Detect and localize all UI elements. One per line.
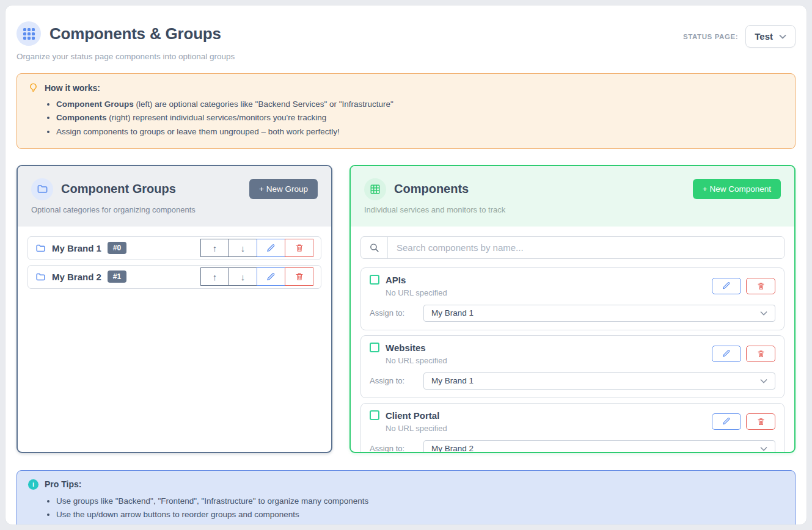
how-it-works-title: How it works: (45, 83, 100, 93)
assign-group-select[interactable]: My Brand 1 (423, 305, 775, 322)
chevron-down-icon (779, 34, 786, 39)
new-component-button[interactable]: + New Component (693, 179, 781, 199)
group-actions: ↑ ↓ (200, 239, 313, 257)
folder-icon (35, 243, 46, 253)
page-subtitle: Organize your status page components int… (16, 52, 235, 61)
edit-group-button[interactable] (257, 267, 285, 286)
edit-group-button[interactable] (257, 239, 285, 257)
pro-tips-list: Use groups like "Backend", "Frontend", "… (56, 495, 784, 525)
component-url-status: No URL specified (386, 288, 447, 297)
components-panel-header: Components + New Component Individual se… (351, 166, 794, 227)
component-actions (712, 413, 775, 430)
component-name: APIs (386, 275, 406, 285)
grid-icon (23, 28, 35, 40)
new-group-button[interactable]: + New Group (249, 179, 318, 199)
page-header: Components & Groups Organize your status… (16, 21, 796, 61)
folder-icon-circle (31, 178, 53, 200)
component-card: APIs No URL specified Assign to: (360, 267, 785, 330)
main-card: Components & Groups Organize your status… (5, 5, 807, 525)
lightbulb-icon (28, 82, 38, 93)
component-groups-panel: Component Groups + New Group Optional ca… (16, 165, 332, 453)
assign-to-label: Assign to: (370, 376, 423, 385)
info-icon: i (28, 479, 38, 490)
components-panel: Components + New Component Individual se… (349, 165, 796, 453)
group-actions: ↑ ↓ (200, 267, 313, 286)
folder-icon (35, 272, 46, 282)
delete-component-button[interactable] (746, 346, 775, 362)
component-card: Websites No URL specified Assign to: (360, 335, 785, 398)
group-order-badge: #1 (108, 270, 126, 283)
how-it-works-list: Component Groups (left) are optional cat… (56, 98, 784, 139)
group-name: My Brand 1 (52, 243, 101, 253)
assign-group-select[interactable]: My Brand 1 (423, 372, 775, 390)
page-title: Components & Groups (49, 24, 221, 43)
pro-tips-box: i Pro Tips: Use groups like "Backend", "… (16, 470, 796, 525)
how-it-works-item: Component Groups (left) are optional cat… (56, 98, 784, 111)
delete-component-button[interactable] (746, 278, 775, 294)
move-up-button[interactable]: ↑ (200, 267, 229, 286)
chevron-down-icon (760, 311, 767, 316)
move-down-button[interactable]: ↓ (229, 267, 257, 286)
delete-group-button[interactable] (285, 239, 313, 257)
component-name: Client Portal (386, 410, 439, 421)
pencil-icon (266, 244, 276, 253)
trash-icon (757, 418, 765, 426)
components-panel-title: Components (394, 182, 685, 196)
pro-tips-title: Pro Tips: (45, 479, 81, 489)
trash-icon (295, 272, 304, 281)
move-down-button[interactable]: ↓ (229, 239, 257, 257)
component-checkbox[interactable] (370, 343, 379, 352)
pro-tips-item: Use groups like "Backend", "Frontend", "… (56, 495, 784, 508)
status-page-label: STATUS PAGE: (683, 33, 738, 40)
search-input[interactable] (388, 237, 784, 258)
pencil-icon (722, 417, 731, 426)
pencil-icon (266, 272, 276, 281)
delete-component-button[interactable] (746, 413, 775, 430)
header-right: STATUS PAGE: Test (683, 25, 796, 48)
groups-panel-header: Component Groups + New Group Optional ca… (18, 166, 331, 227)
table-grid-icon (370, 184, 381, 195)
page-background: Components & Groups Organize your status… (0, 0, 812, 530)
component-checkbox[interactable] (370, 275, 379, 285)
edit-component-button[interactable] (712, 413, 741, 430)
assign-to-label: Assign to: (370, 444, 423, 452)
component-name: Websites (386, 343, 426, 353)
table-icon-circle (364, 178, 386, 200)
group-row: My Brand 2 #1 ↑ ↓ (27, 265, 321, 289)
assign-group-select[interactable]: My Brand 2 (423, 440, 775, 452)
components-list: APIs No URL specified Assign to: (351, 227, 794, 452)
edit-component-button[interactable] (712, 346, 741, 362)
component-actions (712, 278, 775, 294)
component-url-status: No URL specified (386, 356, 447, 365)
assigned-group-value: My Brand 1 (431, 376, 474, 385)
delete-group-button[interactable] (285, 267, 313, 286)
status-page-select[interactable]: Test (745, 25, 796, 48)
components-groups-icon (16, 21, 41, 46)
search-icon (369, 242, 379, 253)
search-icon-cell (361, 237, 388, 258)
how-it-works-box: How it works: Component Groups (left) ar… (16, 73, 796, 149)
edit-component-button[interactable] (712, 278, 741, 294)
pencil-icon (722, 349, 731, 358)
component-checkbox[interactable] (370, 410, 379, 420)
chevron-down-icon (760, 379, 767, 383)
group-row: My Brand 1 #0 ↑ ↓ (27, 236, 321, 260)
component-search (360, 236, 785, 259)
pencil-icon (722, 281, 731, 290)
how-it-works-item: Components (right) represent individual … (56, 111, 784, 125)
move-up-button[interactable]: ↑ (200, 239, 229, 257)
component-url-status: No URL specified (386, 424, 447, 433)
group-name: My Brand 2 (52, 272, 101, 282)
group-order-badge: #0 (108, 242, 126, 254)
panels-container: Component Groups + New Group Optional ca… (16, 165, 796, 453)
chevron-down-icon (760, 446, 767, 451)
header-left: Components & Groups Organize your status… (16, 21, 235, 61)
trash-icon (757, 350, 765, 358)
trash-icon (757, 282, 765, 290)
how-it-works-item: Assign components to groups or leave the… (56, 125, 784, 139)
status-page-value: Test (755, 31, 773, 42)
groups-panel-title: Component Groups (61, 182, 241, 196)
groups-panel-subtitle: Optional categories for organizing compo… (31, 205, 318, 214)
pro-tips-item: Components without a group will appear i… (56, 521, 784, 525)
folder-icon (37, 183, 48, 195)
